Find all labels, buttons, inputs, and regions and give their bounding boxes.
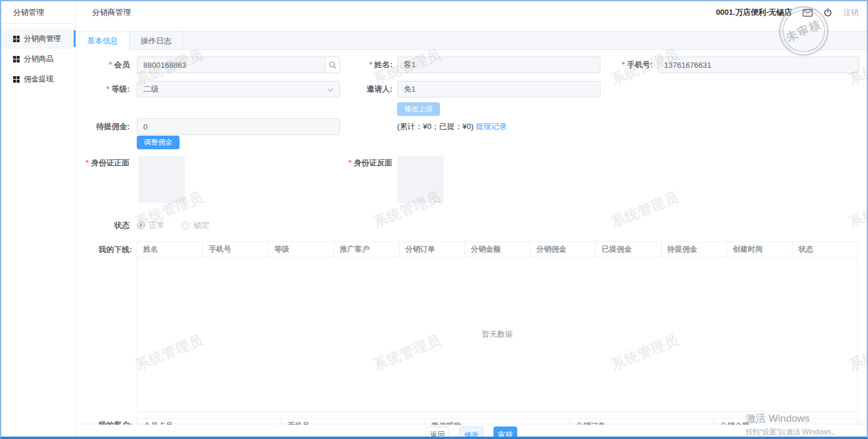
change-parent-button[interactable]: 修改上级 bbox=[397, 102, 440, 116]
grid-icon bbox=[13, 36, 20, 42]
radio-dot-checked bbox=[137, 221, 145, 230]
audit-button[interactable]: 审核 bbox=[493, 427, 517, 437]
phone-input[interactable] bbox=[658, 57, 859, 73]
pending-commission-label: 待提佣金: bbox=[76, 118, 130, 135]
id-back-image-placeholder[interactable] bbox=[397, 156, 444, 203]
col-pending-commission: 待提佣金 bbox=[662, 242, 727, 257]
page-title: 分销商管理 bbox=[92, 7, 131, 18]
pending-commission-input[interactable] bbox=[137, 118, 340, 135]
grid-icon bbox=[13, 76, 20, 83]
name-input[interactable] bbox=[397, 57, 600, 73]
col-created-time: 创建时间 bbox=[727, 242, 792, 257]
active-indicator-bar bbox=[74, 30, 76, 47]
member-input[interactable] bbox=[137, 57, 326, 73]
level-select-value: 二级 bbox=[143, 84, 159, 95]
chevron-down-icon bbox=[327, 85, 334, 94]
app-window: 分销管理 分销商管理 分销商品 佣金提现 分销商管理 0001.万店便利-无锡店 bbox=[0, 0, 868, 439]
col-status: 状态 bbox=[792, 242, 857, 257]
downline-table: 姓名 手机号 等级 推广客户 分销订单 分销金额 分销佣金 已提佣金 待提佣金 … bbox=[137, 242, 858, 412]
sidebar-item-distribution-goods[interactable]: 分销商品 bbox=[1, 49, 76, 69]
tab-operation-log[interactable]: 操作日志 bbox=[130, 32, 183, 50]
member-label: 会员 bbox=[76, 57, 130, 73]
radio-dot-unchecked bbox=[181, 221, 190, 230]
sidebar-title: 分销管理 bbox=[1, 1, 76, 24]
id-back-label: 身份证反面 bbox=[339, 155, 392, 171]
tab-bar: 基本信息 操作日志 bbox=[76, 31, 867, 50]
mail-icon[interactable] bbox=[803, 9, 813, 17]
withdraw-record-link[interactable]: 提现记录 bbox=[476, 122, 507, 131]
radio-normal-label: 正常 bbox=[149, 220, 165, 231]
inviter-label: 邀请人: bbox=[339, 81, 392, 98]
form-content: 会员 姓名: 手机号: 等级: 二级 邀请人: 修改上级 bbox=[76, 50, 866, 426]
search-icon[interactable] bbox=[326, 57, 340, 73]
logout-button[interactable]: 注销 bbox=[843, 7, 858, 18]
downline-table-header: 姓名 手机号 等级 推广客户 分销订单 分销金额 分销佣金 已提佣金 待提佣金 … bbox=[137, 242, 857, 258]
col-distribution-orders: 分销订单 bbox=[400, 242, 465, 257]
footer-action-bar: 返回 修改 审核 bbox=[76, 425, 867, 437]
id-front-label: 身份证正面 bbox=[76, 155, 130, 171]
status-radio-group: 正常 锁定 bbox=[137, 217, 209, 234]
main-area: 分销商管理 0001.万店便利-无锡店 注销 基本信息 操作日志 会员 bbox=[76, 1, 867, 437]
name-label: 姓名: bbox=[339, 57, 392, 73]
radio-locked-label: 锁定 bbox=[194, 220, 209, 231]
col-withdrawn-commission: 已提佣金 bbox=[596, 242, 661, 257]
power-icon[interactable] bbox=[823, 8, 832, 17]
back-button[interactable]: 返回 bbox=[426, 427, 449, 437]
sidebar-menu: 分销商管理 分销商品 佣金提现 bbox=[1, 24, 76, 89]
commission-summary-text: (累计：¥0；已提：¥0) bbox=[397, 122, 474, 131]
radio-normal[interactable]: 正常 bbox=[137, 220, 165, 231]
tab-basic-info[interactable]: 基本信息 bbox=[76, 32, 130, 50]
adjust-commission-button[interactable]: 调整佣金 bbox=[137, 136, 180, 149]
grid-icon bbox=[13, 56, 20, 62]
member-field-group bbox=[137, 57, 340, 73]
status-label: 状态 bbox=[76, 217, 130, 234]
col-phone: 手机号 bbox=[203, 242, 268, 257]
id-front-image-placeholder[interactable] bbox=[139, 156, 185, 203]
sidebar: 分销管理 分销商管理 分销商品 佣金提现 bbox=[1, 1, 76, 437]
sidebar-item-commission-withdraw[interactable]: 佣金提现 bbox=[1, 69, 76, 89]
topbar-right: 0001.万店便利-无锡店 注销 bbox=[716, 7, 858, 18]
sidebar-item-label: 分销商管理 bbox=[24, 34, 61, 44]
col-distribution-commission: 分销佣金 bbox=[530, 242, 596, 257]
modify-button[interactable]: 修改 bbox=[460, 427, 483, 437]
sidebar-item-label: 分销商品 bbox=[24, 54, 54, 64]
col-promoted-customers: 推广客户 bbox=[334, 242, 400, 257]
col-distribution-amount: 分销金额 bbox=[465, 242, 530, 257]
col-level: 等级 bbox=[268, 242, 334, 257]
downline-label: 我的下线: bbox=[76, 242, 132, 258]
sidebar-item-distributor-management[interactable]: 分销商管理 bbox=[1, 29, 76, 49]
topbar: 分销商管理 0001.万店便利-无锡店 注销 bbox=[76, 1, 867, 24]
store-name: 0001.万店便利-无锡店 bbox=[716, 7, 792, 18]
commission-summary: (累计：¥0；已提：¥0) 提现记录 bbox=[397, 118, 507, 135]
radio-locked[interactable]: 锁定 bbox=[181, 220, 209, 231]
level-select[interactable]: 二级 bbox=[137, 81, 340, 98]
col-name: 姓名 bbox=[137, 242, 203, 257]
level-label: 等级: bbox=[76, 81, 130, 98]
inviter-input[interactable] bbox=[397, 81, 600, 98]
empty-state: 暂无数据 bbox=[137, 258, 857, 411]
sidebar-item-label: 佣金提现 bbox=[24, 74, 54, 84]
phone-label: 手机号: bbox=[599, 57, 653, 73]
